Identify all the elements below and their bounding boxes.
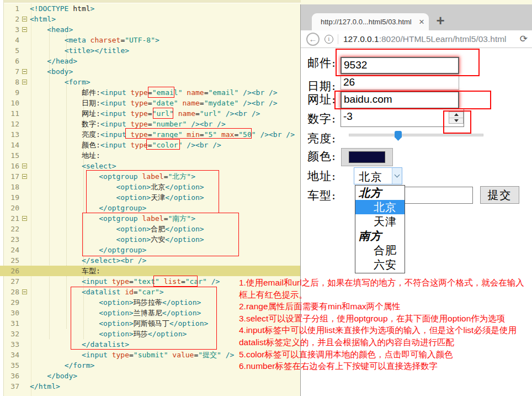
date-input[interactable]: 26 (341, 75, 459, 90)
fold-column (22, 360, 30, 371)
code-line[interactable]: 11 网址:<input type="url" name="url" /><br… (0, 108, 301, 119)
line-number: 13 (0, 129, 22, 140)
number-spinner[interactable] (449, 112, 464, 124)
code-line[interactable]: 13 亮度:<input type="range" min="5" max="5… (0, 129, 301, 140)
line-number: 16 (0, 161, 22, 171)
color-input[interactable] (341, 148, 393, 166)
new-tab-button[interactable]: + (433, 12, 448, 29)
code-line[interactable]: 1<!DOCTYPE html> (0, 3, 301, 14)
fold-collapse-icon[interactable] (22, 163, 27, 168)
range-slider-thumb[interactable] (395, 131, 402, 141)
url-field[interactable]: 127.0.0.1:8020/HTML5Learn/html5/03.html (343, 34, 517, 44)
code-text: <input type="text" list="car" /> (30, 276, 220, 287)
fold-column (22, 245, 30, 255)
fold-collapse-icon[interactable] (22, 17, 27, 22)
code-line[interactable]: 15 地址: (0, 150, 301, 161)
fold-collapse-icon[interactable] (22, 80, 27, 85)
code-line[interactable]: 2<html> (0, 14, 301, 24)
code-line[interactable]: 7 <body> (0, 66, 301, 77)
fold-column (22, 119, 30, 129)
car-input[interactable] (405, 187, 473, 204)
fold-column (22, 14, 30, 24)
code-line[interactable]: 12 数字:<input type="number" /><br /> (0, 119, 301, 129)
code-text: <!DOCTYPE html> (30, 3, 94, 14)
fold-column (22, 371, 30, 381)
submit-button[interactable]: 提交 (480, 186, 519, 204)
fold-column (22, 87, 30, 98)
code-line[interactable]: 8 <form> (0, 77, 301, 87)
code-line[interactable]: 10 日期:<input type="date" name="mydate" /… (0, 98, 301, 108)
code-line[interactable]: 5 <title></title> (0, 45, 301, 56)
code-line[interactable]: 22 <option>合肥</option> (0, 224, 301, 234)
spin-down-icon[interactable] (449, 118, 463, 124)
fold-column (22, 287, 30, 297)
dropdown-option[interactable]: 合肥 (355, 243, 405, 257)
code-line[interactable]: 21 <optgroup label="南方"> (0, 213, 301, 224)
spin-up-icon[interactable] (449, 112, 463, 118)
line-number: 19 (0, 192, 22, 203)
code-text: </select><br /> (30, 255, 146, 266)
info-icon[interactable]: i (324, 35, 333, 44)
code-line[interactable]: 20 </optgroup> (0, 203, 301, 213)
code-text: <head> (30, 24, 73, 35)
dropdown-group-label: 北方 (355, 186, 405, 200)
dropdown-option[interactable]: 六安 (355, 257, 405, 272)
fold-collapse-icon[interactable] (22, 174, 27, 179)
back-icon[interactable]: ← (306, 33, 320, 46)
fold-column (22, 339, 30, 350)
email-input[interactable]: 9532 (341, 57, 459, 74)
code-line[interactable]: 37</html> (0, 381, 301, 392)
code-line[interactable]: 26 车型: (0, 266, 301, 276)
fold-column (22, 161, 30, 171)
code-line[interactable]: 16 <select> (0, 161, 301, 171)
fold-column (22, 234, 30, 245)
browser-tab[interactable]: http://127.0.0...html5/03.html × (312, 13, 429, 30)
code-text: 网址:<input type="url" name="url" /><br /> (30, 108, 260, 119)
code-text: <title></title> (30, 45, 129, 56)
code-line[interactable]: 23 <option>六安</option> (0, 234, 301, 245)
code-line[interactable]: 6 </head> (0, 56, 301, 66)
code-text: <form> (30, 77, 91, 87)
code-text: <option>北京</option> (30, 182, 204, 192)
fold-collapse-icon[interactable] (22, 69, 27, 74)
fold-column (22, 318, 30, 329)
fold-column (22, 66, 30, 77)
code-line[interactable]: 18 <option>北京</option> (0, 182, 301, 192)
code-line[interactable]: 24 </optgroup> (0, 245, 301, 255)
fold-collapse-icon[interactable] (22, 289, 27, 294)
range-slider-track[interactable] (349, 134, 483, 136)
annotation-note: 1.使用email和url之后，如果在填写的地方，不符合这两个格式，就会在输入框… (239, 277, 530, 300)
fold-collapse-icon[interactable] (22, 27, 27, 32)
code-line[interactable]: 36 </body> (0, 371, 301, 381)
code-line[interactable]: 19 <option>天津</option> (0, 192, 301, 203)
line-number: 9 (0, 87, 22, 98)
code-line[interactable]: 9 邮件:<input type="email" name="email" />… (0, 87, 301, 98)
code-text: </optgroup> (30, 203, 146, 213)
fold-collapse-icon[interactable] (22, 216, 27, 221)
line-number: 29 (0, 297, 22, 308)
fold-column (22, 350, 30, 360)
number-input[interactable]: -3 (341, 109, 464, 127)
line-number: 17 (0, 171, 22, 182)
line-number: 1 (0, 3, 22, 14)
line-number: 14 (0, 140, 22, 150)
fold-column (22, 129, 30, 140)
dropdown-option[interactable]: 北京 (355, 200, 405, 214)
car-label: 车型: (307, 188, 336, 203)
code-text: <meta charset="UTF-8"> (30, 35, 159, 45)
code-line[interactable]: 14 颜色:<input type="color" /><br /> (0, 140, 301, 150)
dropdown-option[interactable]: 天津 (355, 214, 405, 229)
tab-close-icon[interactable]: × (419, 17, 424, 27)
reload-icon[interactable]: ⟳ (520, 33, 528, 45)
code-line[interactable]: 4 <meta charset="UTF-8"> (0, 35, 301, 45)
code-line[interactable]: 25 </select><br /> (0, 255, 301, 266)
url-input[interactable]: baidu.com (341, 91, 459, 109)
address-select[interactable]: 北京 (354, 167, 402, 184)
line-number: 2 (0, 14, 22, 24)
code-text: <option>合肥</option> (30, 224, 204, 234)
email-label: 邮件: (307, 55, 336, 71)
select-dropdown-button[interactable] (392, 168, 402, 184)
code-line[interactable]: 3 <head> (0, 24, 301, 35)
fold-column (22, 140, 30, 150)
code-line[interactable]: 17 <optgroup label="北方"> (0, 171, 301, 182)
